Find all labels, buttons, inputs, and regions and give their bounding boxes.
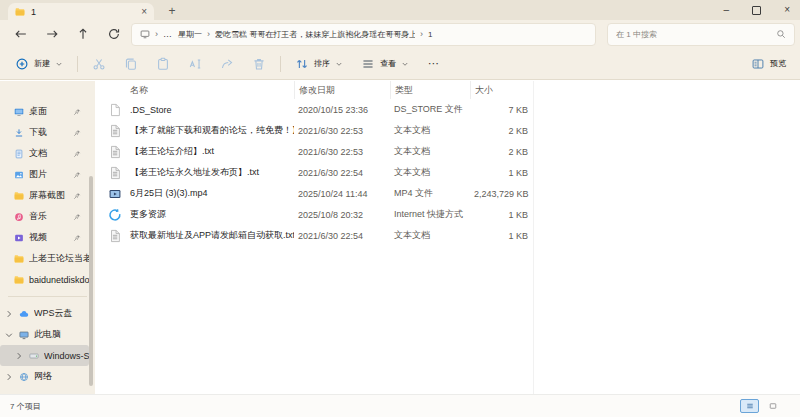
folder-icon	[15, 7, 25, 17]
chevron-down-icon[interactable]	[4, 330, 14, 340]
chevron-right-icon[interactable]	[4, 372, 14, 382]
tab-strip: 1 × + – ×	[0, 0, 800, 20]
refresh-icon[interactable]	[107, 27, 121, 41]
sidebar-item-图片[interactable]: 图片	[0, 164, 95, 185]
sidebar-item-桌面[interactable]: 桌面	[0, 101, 95, 122]
up-icon[interactable]	[76, 27, 90, 41]
delete-icon	[252, 57, 266, 71]
delete-button[interactable]	[243, 52, 275, 76]
pin-icon	[73, 192, 81, 200]
videos-icon	[14, 233, 24, 243]
column-header-name[interactable]: 名称	[126, 81, 294, 99]
chevron-right-icon[interactable]	[4, 309, 14, 319]
chevron-down-icon	[401, 60, 409, 68]
tab-close-icon[interactable]: ×	[141, 7, 147, 17]
pin-icon	[73, 129, 81, 137]
this-pc-icon[interactable]	[140, 29, 150, 39]
copy-button[interactable]	[115, 52, 147, 76]
maximize-button[interactable]	[752, 6, 761, 15]
view-mode-toggles	[740, 399, 782, 413]
sidebar-item-屏幕截图[interactable]: 屏幕截图	[0, 185, 95, 206]
toolbar-divider	[280, 56, 281, 72]
music-icon	[14, 212, 24, 222]
pin-icon	[73, 108, 81, 116]
file-text-icon	[108, 166, 122, 180]
column-header-date[interactable]: 修改日期	[294, 81, 390, 99]
sidebar-divider	[8, 296, 87, 297]
sidebar-item-文档[interactable]: 文档	[0, 143, 95, 164]
document-icon	[14, 149, 24, 159]
cut-button[interactable]	[83, 52, 115, 76]
file-row[interactable]: 【来了就能下载和观看的论坛，纯免费！】.txt 2021/6/30 22:53 …	[95, 120, 800, 141]
chevron-down-icon	[55, 60, 63, 68]
folder-icon	[14, 191, 24, 201]
breadcrumb-item[interactable]: 星期一	[178, 29, 202, 40]
sort-button[interactable]: 排序	[286, 52, 352, 76]
toolbar-divider	[77, 56, 78, 72]
drive-icon	[29, 351, 39, 361]
search-input[interactable]	[616, 30, 776, 39]
sidebar-item-上老王论坛当老[interactable]: 上老王论坛当老	[0, 248, 95, 269]
breadcrumb-separator: ›	[207, 29, 210, 39]
column-header-size[interactable]: 大小	[470, 81, 532, 99]
more-options-button[interactable]: ⋯	[418, 57, 450, 70]
paste-button[interactable]	[147, 52, 179, 76]
sidebar-item-baidunetdiskdo[interactable]: baidunetdiskdo	[0, 269, 95, 290]
breadcrumb[interactable]: › … 星期一 › 爱吃雪糕 哥哥在打王者，妹妹穿上旗袍化身瑶在哥哥身上疯狂榨精…	[131, 23, 596, 46]
pin-icon	[73, 171, 81, 179]
file-text-icon	[108, 229, 122, 243]
breadcrumb-overflow[interactable]: …	[163, 29, 173, 39]
sidebar-item-此电脑[interactable]: 此电脑	[0, 324, 95, 345]
view-button-label: 查看	[380, 58, 396, 69]
column-headers: 名称 修改日期 类型 大小	[95, 81, 800, 99]
breadcrumb-separator: ›	[420, 29, 423, 39]
sidebar-item-网络[interactable]: 网络	[0, 366, 95, 387]
sidebar-item-音乐[interactable]: 音乐	[0, 206, 95, 227]
sidebar-item-Windows-SSD[interactable]: Windows-SSD	[0, 345, 89, 366]
file-row[interactable]: 更多资源 2025/10/8 20:32 Internet 快捷方式 1 KB	[95, 204, 800, 225]
folder-icon	[14, 275, 24, 285]
command-toolbar: 新建 排序 查看 ⋯ 预览	[0, 48, 800, 80]
file-blank-icon	[108, 103, 122, 117]
breadcrumb-item[interactable]: 爱吃雪糕 哥哥在打王者，妹妹穿上旗袍化身瑶在哥哥身上疯狂榨精	[215, 29, 415, 40]
view-icon	[361, 57, 375, 71]
sidebar-scrollbar[interactable]	[89, 176, 93, 386]
breadcrumb-separator: ›	[155, 29, 158, 39]
internet-shortcut-icon	[108, 208, 122, 222]
search-box[interactable]	[607, 23, 795, 46]
minimize-button[interactable]: –	[724, 5, 730, 15]
file-row[interactable]: 6月25日 (3)(3).mp4 2025/10/24 11:44 MP4 文件…	[95, 183, 800, 204]
details-view-icon	[746, 402, 754, 410]
share-button[interactable]	[211, 52, 243, 76]
forward-icon[interactable]	[45, 27, 59, 41]
explorer-tab[interactable]: 1 ×	[8, 3, 154, 20]
preview-toggle[interactable]: 预览	[751, 57, 786, 71]
sidebar-item-WPS云盘[interactable]: WPS云盘	[0, 303, 95, 324]
navigation-pane: 桌面 下载 文档 图片 屏幕截图 音乐 视频	[0, 81, 95, 395]
close-button[interactable]: ×	[784, 5, 790, 15]
file-row[interactable]: 【老王论坛永久地址发布页】.txt 2021/6/30 22:54 文本文档 1…	[95, 162, 800, 183]
sidebar-item-下载[interactable]: 下载	[0, 122, 95, 143]
file-row[interactable]: .DS_Store 2020/10/15 23:36 DS_STORE 文件 7…	[95, 99, 800, 120]
tab-title: 1	[31, 7, 135, 17]
file-row[interactable]: 【老王论坛介绍】.txt 2021/6/30 22:53 文本文档 2 KB	[95, 141, 800, 162]
paste-icon	[156, 57, 170, 71]
details-view-button[interactable]	[740, 399, 759, 413]
file-rows: .DS_Store 2020/10/15 23:36 DS_STORE 文件 7…	[95, 99, 800, 246]
search-icon	[776, 29, 786, 39]
large-icons-view-button[interactable]	[763, 399, 782, 413]
new-button[interactable]: 新建	[6, 52, 72, 76]
pin-icon	[73, 150, 81, 158]
column-header-type[interactable]: 类型	[390, 81, 470, 99]
back-icon[interactable]	[14, 27, 28, 41]
view-button[interactable]: 查看	[352, 52, 418, 76]
new-plus-icon	[15, 57, 29, 71]
breadcrumb-item[interactable]: 1	[428, 30, 432, 39]
rename-icon	[188, 57, 202, 71]
chevron-right-icon[interactable]	[14, 351, 24, 361]
rename-button[interactable]	[179, 52, 211, 76]
new-tab-button[interactable]: +	[164, 3, 180, 19]
sidebar-item-视频[interactable]: 视频	[0, 227, 95, 248]
file-row[interactable]: 获取最新地址及APP请发邮箱自动获取.txt 2021/6/30 22:54 文…	[95, 225, 800, 246]
sort-icon	[295, 57, 309, 71]
